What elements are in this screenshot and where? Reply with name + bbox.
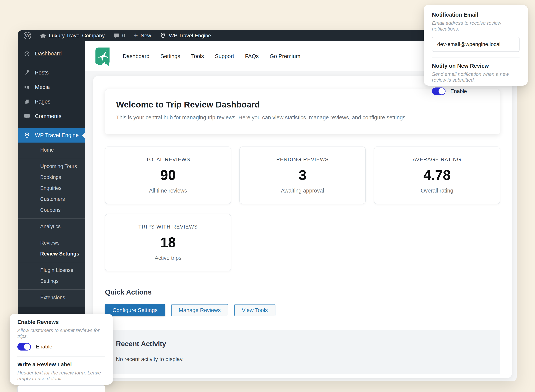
- sidebar-submenu-label: Extensions: [40, 295, 65, 300]
- stat-label: TRIPS WITH REVIEWS: [138, 224, 198, 230]
- notification-email-description: Email address to receive review notifica…: [432, 20, 520, 32]
- sidebar-top-menu: Dashboard Posts Media Pages: [18, 46, 85, 128]
- plugin-nav: Dashboard Settings Tools Support FAQs Go…: [123, 53, 300, 59]
- sidebar-submenu-item[interactable]: Plugin License: [18, 262, 85, 276]
- sidebar-menu-item[interactable]: Posts: [18, 65, 85, 80]
- sidebar-menu-label: Pages: [35, 99, 50, 105]
- map-pin-icon: [160, 33, 166, 39]
- sidebar-submenu-item[interactable]: Enquiries: [18, 183, 85, 194]
- notify-on-new-review-description: Send email notification when a new revie…: [432, 71, 520, 83]
- wordpress-logo-icon: W: [24, 32, 31, 39]
- plugin-nav-item[interactable]: Dashboard: [123, 53, 149, 59]
- sidebar-menu-item[interactable]: Pages: [18, 94, 85, 109]
- welcome-description: This is your central hub for managing tr…: [116, 114, 489, 121]
- wp-travel-engine-logo-icon: [93, 46, 111, 66]
- pushpin-icon: [23, 70, 31, 76]
- stat-value: 90: [160, 167, 176, 183]
- comments-icon: [23, 113, 31, 120]
- sidebar-submenu-label: Analytics: [40, 224, 61, 229]
- sidebar-menu-item[interactable]: Comments: [18, 109, 85, 123]
- toggle-knob: [439, 88, 445, 94]
- new-content-button[interactable]: + New: [134, 33, 151, 39]
- review-label-description: Header text for the review form. Leave e…: [17, 370, 105, 382]
- plugin-content: Welcome to Trip Review Dashboard This is…: [85, 71, 517, 381]
- stat-card: PENDING REVIEWS 3 Awaiting approval: [239, 146, 365, 204]
- plugin-nav-item[interactable]: Support: [215, 53, 234, 59]
- plus-icon: +: [134, 32, 138, 39]
- sidebar-menu-label: Comments: [35, 113, 61, 119]
- sidebar-menu-label: Dashboard: [35, 51, 62, 57]
- notify-on-new-review-title: Notify on New Review: [432, 63, 520, 69]
- secondary-action-button[interactable]: Manage Reviews: [171, 304, 228, 316]
- media-icon: [23, 84, 31, 90]
- pages-icon: [23, 99, 31, 105]
- comments-bar-link[interactable]: 0: [114, 33, 125, 39]
- sidebar-menu-label: Media: [35, 84, 50, 90]
- plugin-bar-label: WP Travel Engine: [169, 33, 211, 39]
- dashboard-icon: [23, 51, 31, 57]
- sidebar-menu-label: WP Travel Engine: [35, 132, 79, 138]
- toggle-label: Enable: [36, 344, 52, 350]
- recent-activity-empty-message: No recent activity to display.: [116, 356, 489, 362]
- toggle-label: Enable: [450, 88, 467, 94]
- comments-count: 0: [122, 33, 125, 39]
- wp-travel-engine-bar-link[interactable]: WP Travel Engine: [160, 33, 211, 39]
- sidebar-menu-item[interactable]: Media: [18, 80, 85, 94]
- plugin-nav-item[interactable]: Settings: [160, 53, 180, 59]
- notification-email-input[interactable]: [432, 37, 520, 52]
- enable-reviews-title: Enable Reviews: [17, 319, 105, 325]
- sidebar-submenu-label: Upcoming Tours: [40, 163, 77, 169]
- stats-grid: TOTAL REVIEWS 90 All time reviews PENDIN…: [105, 146, 500, 271]
- sidebar-submenu-label: Bookings: [40, 174, 61, 180]
- card-divider: [17, 356, 105, 357]
- stat-value: 4.78: [423, 167, 451, 183]
- sidebar-submenu-item[interactable]: Reviews: [18, 235, 85, 248]
- wp-logo-menu[interactable]: W: [24, 32, 31, 39]
- plugin-nav-item[interactable]: Tools: [191, 53, 204, 59]
- sidebar-submenu-item[interactable]: Home: [18, 145, 85, 155]
- sidebar-submenu-item[interactable]: Extensions: [18, 289, 85, 303]
- sidebar-submenu-item[interactable]: Customers: [18, 194, 85, 205]
- sidebar-submenu-label: Coupons: [40, 207, 61, 213]
- notification-email-title: Notification Email: [432, 12, 520, 18]
- sidebar-submenu-label: Plugin License: [40, 267, 73, 273]
- stat-label: AVERAGE RATING: [413, 157, 461, 163]
- sidebar-submenu-label: Enquiries: [40, 185, 62, 191]
- notify-on-new-review-toggle[interactable]: [432, 88, 445, 95]
- enable-reviews-toggle[interactable]: [17, 343, 31, 350]
- sidebar-submenu-item[interactable]: Settings: [18, 276, 85, 287]
- notification-settings-card: Notification Email Email address to rece…: [424, 5, 528, 86]
- welcome-title: Welcome to Trip Review Dashboard: [116, 100, 489, 110]
- sidebar-submenu-item[interactable]: Review Settings: [18, 248, 85, 259]
- sidebar-item-wp-travel-engine[interactable]: WP Travel Engine: [18, 128, 85, 143]
- sidebar-submenu-item[interactable]: Analytics: [18, 218, 85, 232]
- stat-card: AVERAGE RATING 4.78 Overall rating: [374, 146, 500, 204]
- sidebar-submenu-item[interactable]: Upcoming Tours: [18, 158, 85, 172]
- plugin-nav-item[interactable]: Go Premium: [270, 53, 300, 59]
- map-pin-icon: [23, 132, 31, 139]
- stat-subtitle: Awaiting approval: [281, 188, 324, 194]
- secondary-action-button[interactable]: View Tools: [234, 304, 275, 316]
- sidebar-menu-item[interactable]: Dashboard: [18, 46, 85, 61]
- review-settings-card: Enable Reviews Allow customers to submit…: [10, 314, 113, 385]
- sidebar-submenu-label: Settings: [40, 278, 59, 284]
- stat-card: TRIPS WITH REVIEWS 18 Active trips: [105, 214, 231, 271]
- stat-value: 18: [160, 234, 176, 250]
- site-name-link[interactable]: Luxury Travel Company: [40, 33, 105, 39]
- sidebar-submenu-label: Reviews: [40, 240, 59, 246]
- plugin-nav-item[interactable]: FAQs: [245, 53, 259, 59]
- stat-card: TOTAL REVIEWS 90 All time reviews: [105, 146, 231, 204]
- stat-value: 3: [299, 167, 306, 183]
- toggle-knob: [24, 344, 30, 350]
- card-divider: [432, 57, 520, 58]
- sidebar-submenu-item[interactable]: Coupons: [18, 205, 85, 215]
- stat-subtitle: Overall rating: [421, 188, 453, 194]
- review-label-input[interactable]: [17, 385, 105, 392]
- configure-settings-button[interactable]: Configure Settings: [105, 304, 165, 316]
- quick-actions-buttons: Configure Settings Manage Reviews View T…: [105, 304, 500, 316]
- dashboard-panel: Welcome to Trip Review Dashboard This is…: [93, 76, 512, 378]
- sidebar-submenu-item[interactable]: Bookings: [18, 172, 85, 183]
- welcome-card: Welcome to Trip Review Dashboard This is…: [105, 89, 500, 135]
- enable-reviews-description: Allow customers to submit reviews for tr…: [17, 327, 105, 339]
- sidebar-submenu-label: Home: [40, 147, 54, 153]
